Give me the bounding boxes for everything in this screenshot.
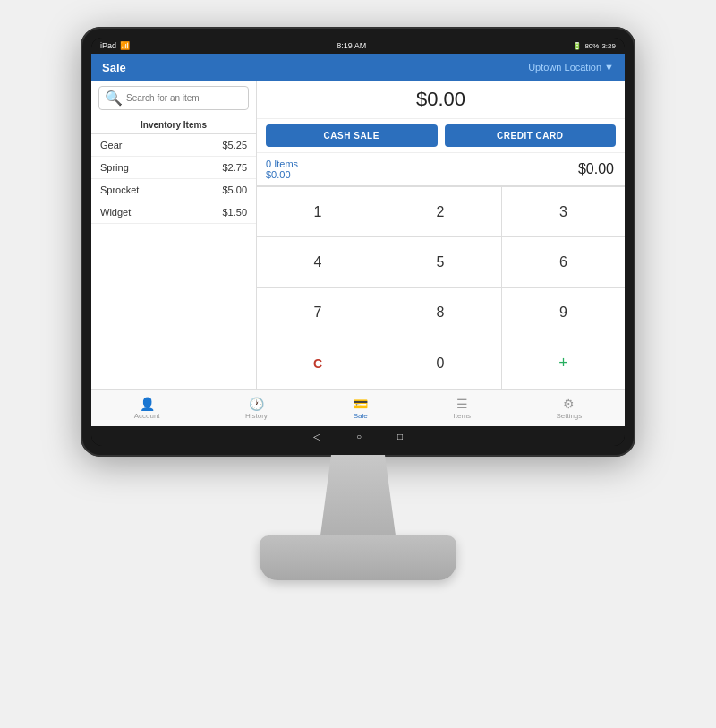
items-icon: ☰ [456, 397, 468, 411]
scene: iPad 📶 8:19 AM 🔋 80% 3:29 Sale Uptown Lo… [0, 0, 716, 728]
location-selector[interactable]: Uptown Location ▼ [528, 62, 614, 73]
location-name: Uptown Location [528, 62, 601, 73]
numpad-key-1[interactable]: 1 [257, 187, 379, 237]
numpad-key-5[interactable]: 5 [379, 237, 502, 287]
nav-item-settings[interactable]: ⚙Settings [556, 397, 582, 420]
search-bar: 🔍 [91, 81, 256, 116]
list-item[interactable]: Widget$1.50 [91, 201, 256, 224]
action-buttons: CASH SALE CREDIT CARD [257, 119, 625, 153]
cart-summary: 0 Items $0.00 $0.00 [257, 153, 625, 186]
numpad-key-4[interactable]: 4 [257, 237, 379, 287]
numpad-key-2[interactable]: 2 [379, 187, 502, 237]
status-left: iPad 📶 [100, 41, 130, 50]
battery-icon: 🔋 [573, 42, 582, 50]
item-price: $5.25 [222, 140, 247, 150]
cart-info: 0 Items $0.00 [257, 153, 328, 185]
status-time: 8:19 AM [337, 41, 366, 50]
list-item[interactable]: Gear$5.25 [91, 134, 256, 157]
item-price: $2.75 [222, 162, 247, 173]
history-icon: 🕐 [249, 397, 264, 411]
sale-label: Sale [354, 412, 368, 420]
account-icon: 👤 [140, 397, 155, 411]
inventory-header: Inventory Items [91, 116, 256, 134]
battery-level: 80% [584, 42, 599, 50]
nav-item-sale[interactable]: 💳Sale [353, 397, 368, 420]
search-input[interactable] [126, 93, 243, 103]
inventory-list: Gear$5.25Spring$2.75Sprocket$5.00Widget$… [91, 134, 256, 389]
android-nav: ◁ ○ □ [91, 426, 625, 446]
tablet-device: iPad 📶 8:19 AM 🔋 80% 3:29 Sale Uptown Lo… [81, 27, 635, 457]
account-label: Account [134, 412, 160, 420]
item-price: $1.50 [222, 207, 247, 218]
numpad: 123456789C0+ [257, 186, 625, 389]
recents-button[interactable]: □ [397, 432, 403, 441]
item-price: $5.00 [222, 184, 247, 195]
history-label: History [245, 412, 268, 420]
item-name: Widget [100, 207, 131, 218]
time-right: 3:29 [601, 42, 616, 50]
status-bar: iPad 📶 8:19 AM 🔋 80% 3:29 [91, 38, 625, 54]
items-label: Items [454, 412, 472, 420]
settings-label: Settings [556, 412, 582, 420]
app-title: Sale [102, 61, 126, 74]
total-display: $0.00 [257, 81, 625, 119]
status-right: 🔋 80% 3:29 [573, 42, 616, 50]
app-body: 🔍 Inventory Items Gear$5.25Spring$2.75Sp… [91, 81, 625, 389]
cart-total-small: $0.00 [266, 169, 319, 180]
numpad-key-3[interactable]: 3 [502, 187, 625, 237]
right-panel: $0.00 CASH SALE CREDIT CARD 0 Items $0.0… [257, 81, 625, 389]
stand-base [260, 535, 456, 580]
numpad-key-clear[interactable]: C [257, 338, 379, 389]
numpad-key-8[interactable]: 8 [379, 288, 502, 338]
settings-icon: ⚙ [563, 397, 575, 411]
left-panel: 🔍 Inventory Items Gear$5.25Spring$2.75Sp… [91, 81, 257, 389]
numpad-key-6[interactable]: 6 [502, 237, 625, 287]
list-item[interactable]: Spring$2.75 [91, 157, 256, 179]
stand-neck [304, 455, 412, 535]
dropdown-icon: ▼ [604, 62, 614, 73]
list-item[interactable]: Sprocket$5.00 [91, 179, 256, 201]
wifi-icon: 📶 [120, 41, 130, 50]
cash-sale-button[interactable]: CASH SALE [266, 124, 438, 147]
item-name: Sprocket [100, 184, 139, 195]
item-name: Spring [100, 162, 129, 173]
tablet-screen: iPad 📶 8:19 AM 🔋 80% 3:29 Sale Uptown Lo… [91, 38, 625, 446]
cart-numpad-area: 0 Items $0.00 $0.00 123456789C0+ [257, 153, 625, 389]
sale-icon: 💳 [353, 397, 368, 411]
search-icon: 🔍 [105, 90, 123, 107]
item-name: Gear [100, 140, 122, 150]
cart-amount: $0.00 [328, 153, 625, 185]
bottom-nav: 👤Account🕐History💳Sale☰Items⚙Settings [91, 389, 625, 426]
numpad-key-0[interactable]: 0 [379, 338, 502, 389]
home-button[interactable]: ○ [356, 432, 362, 441]
nav-item-history[interactable]: 🕐History [245, 397, 268, 420]
app-header: Sale Uptown Location ▼ [91, 54, 625, 81]
nav-item-items[interactable]: ☰Items [454, 397, 472, 420]
numpad-key-plus[interactable]: + [502, 338, 625, 389]
numpad-key-7[interactable]: 7 [257, 288, 379, 338]
search-wrapper: 🔍 [98, 86, 249, 110]
device-label: iPad [100, 41, 116, 50]
back-button[interactable]: ◁ [313, 432, 320, 441]
cart-items-count: 0 Items [266, 158, 319, 169]
numpad-key-9[interactable]: 9 [502, 288, 625, 338]
credit-card-button[interactable]: CREDIT CARD [445, 124, 617, 147]
nav-item-account[interactable]: 👤Account [134, 397, 160, 420]
